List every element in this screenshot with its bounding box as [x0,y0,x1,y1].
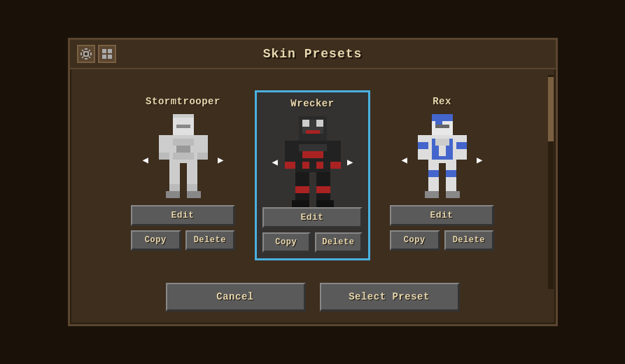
stormtrooper-actions: Copy Delete [131,230,235,251]
rex-copy-button[interactable]: Copy [390,230,440,251]
rex-arrow-left[interactable]: ◀ [402,154,407,166]
gear-button[interactable] [77,45,95,63]
svg-rect-58 [442,125,449,128]
wrecker-delete-button[interactable]: Delete [315,232,363,253]
svg-rect-2 [80,52,82,55]
cancel-button[interactable]: Cancel [166,283,306,312]
svg-rect-3 [90,52,92,55]
rex-delete-button[interactable]: Delete [444,230,495,251]
skin-card-rex: Rex ◀ [384,90,500,256]
svg-rect-73 [446,191,460,198]
skin-name-stormtrooper: Stormtrooper [146,96,220,107]
svg-rect-1 [85,58,87,59]
skin-preview-wrecker: ◀ [285,116,341,207]
svg-rect-5 [89,50,90,51]
svg-rect-21 [176,146,190,153]
stormtrooper-edit-button[interactable]: Edit [131,205,235,226]
grid-button[interactable] [98,45,116,63]
svg-rect-30 [187,184,197,191]
svg-rect-47 [330,162,341,169]
svg-rect-71 [446,170,456,177]
rex-figure [414,114,470,205]
svg-rect-0 [85,48,87,50]
skin-preview-stormtrooper: ◀ [155,114,211,205]
svg-rect-37 [306,130,320,134]
svg-rect-36 [316,120,323,127]
svg-rect-35 [302,120,309,127]
stormtrooper-arrow-left[interactable]: ◀ [143,154,148,166]
svg-rect-72 [425,191,439,198]
svg-rect-15 [173,114,194,118]
dialog-footer: Cancel Select Preset [70,274,556,324]
svg-rect-11 [108,49,112,53]
svg-rect-50 [295,186,309,193]
svg-rect-46 [285,162,295,169]
skin-presets-dialog: Skin Presets Stormtrooper ◀ [68,38,558,326]
svg-rect-9 [85,52,87,55]
scrollbar-thumb[interactable] [548,77,554,141]
svg-rect-56 [435,121,442,125]
svg-rect-53 [316,200,334,207]
svg-rect-43 [316,162,323,169]
stormtrooper-arrow-right[interactable]: ▶ [218,154,223,166]
svg-rect-62 [435,139,449,146]
skin-preview-rex: ◀ [414,114,470,205]
svg-rect-31 [166,191,180,198]
rex-actions: Copy Delete [390,230,494,251]
svg-rect-40 [302,151,323,158]
stormtrooper-copy-button[interactable]: Copy [131,230,181,251]
svg-rect-29 [169,184,180,191]
svg-rect-70 [428,170,439,177]
grid-icon [101,48,113,59]
svg-rect-18 [183,125,190,128]
svg-rect-17 [176,125,183,128]
skin-card-wrecker: Wrecker ◀ [255,90,370,260]
svg-rect-63 [432,156,453,160]
svg-rect-4 [82,50,83,51]
rex-edit-button[interactable]: Edit [390,205,494,226]
rex-arrow-right[interactable]: ▶ [477,154,482,166]
stormtrooper-figure [155,114,211,205]
skin-list: Stormtrooper ◀ [70,69,556,274]
wrecker-copy-button[interactable]: Copy [262,232,311,253]
title-bar: Skin Presets [70,40,556,69]
svg-rect-32 [187,191,201,198]
svg-rect-20 [173,139,194,146]
wrecker-arrow-left[interactable]: ◀ [272,156,278,168]
svg-rect-22 [173,153,194,160]
svg-rect-13 [108,55,112,59]
svg-rect-55 [432,114,453,121]
svg-rect-52 [292,200,309,207]
title-icons [77,45,116,63]
wrecker-edit-button[interactable]: Edit [262,207,363,228]
select-preset-button[interactable]: Select Preset [320,283,460,312]
svg-rect-25 [159,153,169,160]
svg-rect-12 [102,55,106,59]
svg-rect-16 [176,118,190,125]
gear-icon [80,48,92,59]
svg-rect-7 [89,57,90,58]
svg-rect-51 [316,186,330,193]
scrollbar[interactable] [548,75,554,289]
svg-rect-26 [197,153,208,160]
svg-rect-39 [299,144,327,151]
wrecker-figure [285,116,341,207]
wrecker-arrow-right[interactable]: ▶ [347,156,353,168]
stormtrooper-delete-button[interactable]: Delete [185,230,236,251]
skin-name-rex: Rex [433,96,451,107]
svg-rect-57 [435,125,442,128]
svg-rect-67 [456,142,467,149]
dialog-title: Skin Presets [263,47,363,61]
svg-rect-10 [102,49,106,53]
svg-rect-42 [302,162,309,169]
svg-rect-6 [82,57,83,58]
skin-name-wrecker: Wrecker [290,98,334,109]
svg-rect-66 [418,142,428,149]
skin-card-stormtrooper: Stormtrooper ◀ [125,90,241,256]
wrecker-actions: Copy Delete [262,232,363,253]
